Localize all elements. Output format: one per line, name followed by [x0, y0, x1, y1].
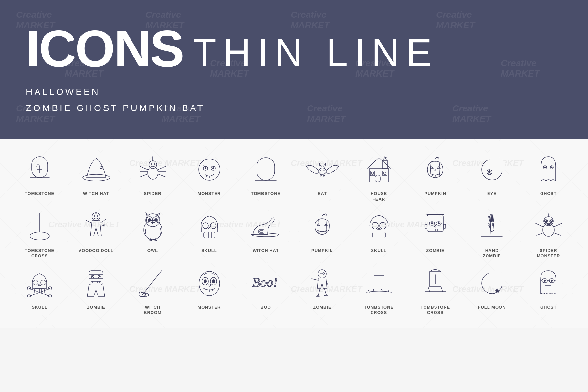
icon-box [473, 209, 511, 244]
icon-box [247, 152, 285, 187]
icon-box [20, 265, 59, 301]
icon-item-tombstone-cross: TOMBSTONECROSS [13, 209, 66, 259]
svg-line-53 [100, 219, 106, 223]
icon-box [473, 152, 511, 187]
icon-item-full-moon: FULL MOON [465, 265, 519, 316]
svg-point-59 [97, 215, 98, 217]
icon-box [20, 152, 59, 187]
icon-label: GHOST [540, 305, 557, 310]
svg-text:Boo!: Boo! [252, 275, 278, 290]
icon-label: ZOMBIE [313, 305, 331, 310]
icon-box [360, 265, 398, 301]
icon-box [303, 209, 342, 244]
svg-point-47 [551, 167, 553, 168]
icon-item-tombstone2: TOMBSTONE [239, 152, 292, 202]
svg-line-161 [324, 288, 326, 295]
subtitle-line2: ZOMBIE GHOST PUMPKIN BAT [26, 100, 562, 116]
svg-point-13 [151, 163, 152, 165]
icon-item-house-fear: HOUSEFEAR [352, 152, 405, 202]
icon-item-tombstone-cross2: TOMBSTONECROSS [352, 265, 405, 316]
icon-item-tombstone-cross3: TOMBSTONECROSS [409, 265, 462, 316]
icon-label: EYE [487, 191, 497, 197]
icons-section: Creative MARKET Creative MARKET Creative… [0, 139, 588, 328]
svg-rect-66 [204, 232, 215, 238]
svg-point-46 [544, 167, 546, 168]
icon-box [303, 152, 342, 187]
svg-point-101 [543, 223, 554, 236]
icon-box [416, 209, 455, 244]
svg-line-158 [312, 279, 318, 280]
svg-line-9 [140, 174, 148, 177]
icon-box [133, 152, 172, 187]
icon-label: ZOMBIE [87, 305, 105, 310]
svg-point-55 [95, 212, 97, 214]
icon-item-pumpkin2: PUMPKIN [296, 209, 349, 259]
icon-label: SKULL [201, 248, 217, 253]
svg-line-56 [100, 225, 104, 226]
svg-line-109 [536, 223, 543, 227]
svg-line-175 [388, 290, 389, 292]
icon-label: SKULL [371, 248, 386, 253]
icon-box [190, 209, 229, 244]
icon-item-eye: EYE [465, 152, 519, 202]
svg-point-71 [210, 223, 216, 229]
svg-point-50 [30, 232, 49, 240]
title-icons: ICONS [26, 23, 183, 74]
icon-item-spider: SPIDER [126, 152, 179, 202]
icon-item-skull2: SKULL [352, 209, 405, 259]
icon-label: PUMPKIN [425, 191, 446, 197]
icon-box [529, 265, 568, 301]
icon-label: PUMPKIN [311, 248, 333, 253]
svg-point-91 [438, 222, 440, 224]
icon-item-ghost1: GHOST [522, 152, 575, 202]
svg-rect-128 [89, 271, 103, 285]
icon-label: TOMBSTONE [251, 191, 281, 197]
svg-line-160 [318, 288, 320, 295]
svg-line-174 [381, 289, 382, 291]
svg-line-7 [140, 166, 148, 170]
subtitle-line1: HALLOWEEN [26, 84, 562, 100]
icon-item-spider-monster: SPIDERMONSTER [522, 209, 575, 259]
svg-point-65 [154, 218, 158, 222]
icon-label: BAT [318, 191, 327, 197]
svg-point-6 [149, 161, 157, 169]
icons-grid: TOMBSTONE WITCH HAT [13, 152, 575, 315]
icon-label: ZOMBIE [426, 248, 445, 253]
icon-item-monster1: MONSTER [183, 152, 236, 202]
icon-box [416, 152, 455, 187]
svg-rect-33 [375, 175, 380, 182]
svg-point-150 [204, 279, 207, 283]
title-line: ICONS THIN LINE [26, 23, 562, 74]
icon-label: WITCHBROOM [144, 305, 162, 316]
svg-rect-73 [260, 231, 263, 232]
icon-box [529, 209, 568, 244]
icon-box [190, 152, 229, 187]
icon-label: SKULL [32, 305, 47, 310]
icon-box [133, 209, 172, 244]
icon-box [473, 265, 511, 301]
svg-rect-34 [370, 171, 375, 176]
icon-label: SPIDERMONSTER [537, 248, 560, 259]
icon-label: BOO [260, 305, 271, 310]
icon-label: HANDZOMBIE [483, 248, 501, 259]
svg-point-81 [372, 222, 378, 229]
icon-label: MONSTER [198, 191, 221, 197]
svg-rect-35 [383, 171, 387, 176]
icon-item-zombie3: ZOMBIE [296, 265, 349, 316]
icon-item-zombie1: ZOMBIE [409, 209, 462, 259]
icon-item-zombie2: ZOMBIE [69, 265, 123, 316]
svg-point-126 [33, 280, 38, 285]
icon-item-pumpkin1: PUMPKIN [409, 152, 462, 202]
icon-box [190, 265, 229, 301]
svg-point-180 [487, 270, 505, 288]
icon-box [77, 152, 116, 187]
svg-point-108 [550, 220, 552, 222]
icon-label: OWL [147, 248, 158, 253]
svg-rect-26 [257, 158, 275, 180]
svg-line-99 [491, 224, 491, 226]
icon-item-tombstone1: TOMBSTONE [13, 152, 66, 202]
icon-label: SPIDER [144, 191, 161, 197]
icon-item-skull1: SKULL [183, 209, 236, 259]
svg-point-70 [203, 223, 208, 229]
icon-label: WITCH HAT [83, 191, 109, 197]
